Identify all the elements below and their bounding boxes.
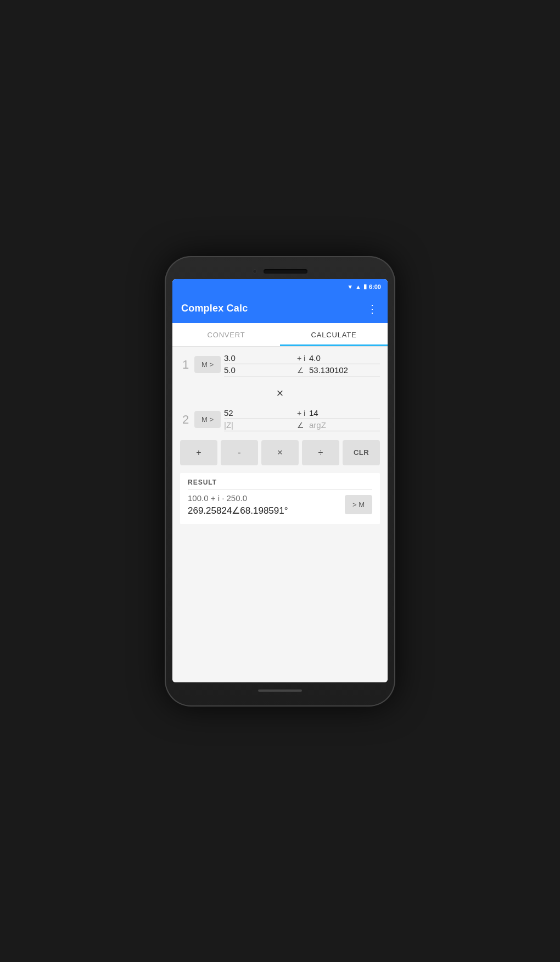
tab-convert[interactable]: CONVERT (172, 323, 280, 346)
result-polar: 269.25824∠68.198591° (188, 505, 345, 516)
menu-icon[interactable]: ⋮ (367, 303, 379, 314)
operand1-angle-prefix: ∠ (297, 366, 307, 375)
operand1-magnitude[interactable]: 5.0 (224, 365, 295, 375)
operand1-row: 1 M > 3.0 + i 4.0 5.0 ∠ 53.130102 (180, 353, 380, 376)
app-title: Complex Calc (181, 303, 248, 314)
phone-shell: ▼ ▲ ▮ 6:00 Complex Calc ⋮ CONVERT CALCUL… (165, 256, 395, 707)
operand2-imag-prefix: + i (297, 409, 307, 418)
operand1-polar-row: 5.0 ∠ 53.130102 (224, 365, 380, 376)
op-buttons: + - × ÷ CLR (180, 440, 380, 465)
phone-screen: ▼ ▲ ▮ 6:00 Complex Calc ⋮ CONVERT CALCUL… (172, 279, 388, 682)
result-rect: 100.0 + i · 250.0 (188, 493, 345, 503)
operand2-polar-row: |Z| ∠ argZ (224, 420, 380, 431)
operand2-real[interactable]: 52 (224, 408, 295, 418)
mul-button[interactable]: × (261, 440, 299, 465)
clr-button[interactable]: CLR (343, 440, 380, 465)
phone-bottom-bar (172, 682, 388, 699)
front-camera (253, 269, 257, 274)
result-label: RESULT (188, 479, 372, 490)
battery-icon: ▮ (363, 283, 367, 290)
operand2-m-button[interactable]: M > (194, 411, 221, 428)
to-m-button[interactable]: > M (345, 495, 372, 514)
status-bar: ▼ ▲ ▮ 6:00 (172, 279, 388, 294)
result-values: 100.0 + i · 250.0 269.25824∠68.198591° (188, 493, 345, 516)
signal-icon: ▲ (355, 283, 361, 290)
operand2-inputs: 52 + i 14 |Z| ∠ argZ (224, 408, 380, 431)
wifi-icon: ▼ (347, 283, 353, 290)
status-time: 6:00 (369, 283, 381, 290)
div-button[interactable]: ÷ (302, 440, 339, 465)
operand2-rect-row: 52 + i 14 (224, 408, 380, 419)
phone-top-bar (172, 264, 388, 279)
operator-symbol: × (277, 386, 284, 401)
main-content: 1 M > 3.0 + i 4.0 5.0 ∠ 53.130102 (172, 347, 388, 682)
operand1-rect-row: 3.0 + i 4.0 (224, 353, 380, 364)
operator-row: × (180, 382, 380, 405)
app-bar: Complex Calc ⋮ (172, 294, 388, 323)
operand1-angle[interactable]: 53.130102 (309, 365, 380, 375)
result-section: RESULT 100.0 + i · 250.0 269.25824∠68.19… (180, 473, 380, 524)
tab-calculate[interactable]: CALCULATE (280, 323, 388, 346)
operand1-imag-prefix: + i (297, 354, 307, 363)
operand1-real[interactable]: 3.0 (224, 353, 295, 363)
operand1-imag[interactable]: 4.0 (309, 353, 380, 363)
operand2-row: 2 M > 52 + i 14 |Z| ∠ argZ (180, 408, 380, 431)
status-icons: ▼ ▲ ▮ 6:00 (347, 283, 381, 290)
tab-bar: CONVERT CALCULATE (172, 323, 388, 347)
sub-button[interactable]: - (221, 440, 258, 465)
result-values-row: 100.0 + i · 250.0 269.25824∠68.198591° >… (188, 493, 372, 516)
speaker-grill (264, 269, 307, 274)
operand2-angle-prefix: ∠ (297, 421, 307, 430)
operand2-magnitude[interactable]: |Z| (224, 420, 295, 430)
operand1-number: 1 (180, 358, 191, 372)
operand2-imag[interactable]: 14 (309, 408, 380, 418)
add-button[interactable]: + (180, 440, 217, 465)
operand2-angle[interactable]: argZ (309, 420, 380, 430)
operand2-number: 2 (180, 413, 191, 427)
operand1-m-button[interactable]: M > (194, 356, 221, 373)
operand1-inputs: 3.0 + i 4.0 5.0 ∠ 53.130102 (224, 353, 380, 376)
home-indicator (258, 689, 302, 692)
